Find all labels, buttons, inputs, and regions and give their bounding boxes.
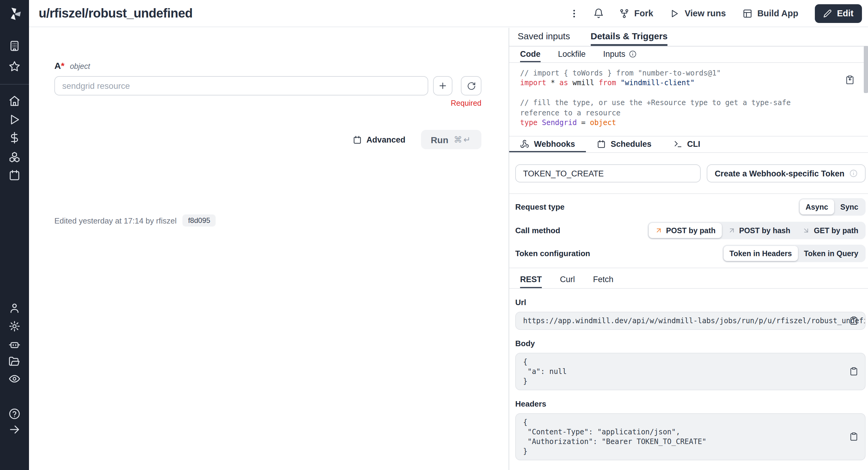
copy-code-button[interactable] — [845, 75, 855, 85]
option-sync[interactable]: Sync — [834, 199, 864, 215]
tab-saved-inputs[interactable]: Saved inputs — [518, 28, 570, 46]
clipboard-icon — [849, 432, 858, 441]
page-title: u/rfiszel/robust_undefined — [39, 6, 192, 21]
field-type: object — [70, 62, 90, 71]
call-method-toggle: POST by path POST by hash GET by path — [647, 222, 866, 239]
run-label: Run — [431, 134, 448, 145]
copy-body-button[interactable] — [849, 367, 858, 376]
info-icon — [849, 169, 858, 178]
code-line: import * as wmill from "windmill-client" — [520, 78, 814, 88]
play-icon — [670, 8, 680, 19]
run-button[interactable]: Run ⌘↵ — [421, 130, 482, 149]
edit-button[interactable]: Edit — [814, 4, 862, 23]
code-line: // fill the type, or use the +Resource t… — [520, 98, 795, 117]
help-icon[interactable] — [8, 408, 21, 420]
copy-headers-button[interactable] — [849, 432, 858, 441]
edited-info: Edited yesterday at 17:14 by rfiszel f8d… — [54, 215, 482, 226]
api-example-tabs: REST Curl Fetch — [509, 268, 868, 289]
plus-icon — [438, 81, 447, 91]
tab-cli[interactable]: CLI — [662, 136, 711, 152]
tab-details-triggers[interactable]: Details & Triggers — [590, 28, 668, 46]
code-tabs: Code Lockfile Inputs — [509, 46, 868, 63]
build-app-label: Build App — [757, 8, 798, 18]
terminal-icon — [673, 139, 682, 148]
calendar-icon — [352, 135, 362, 144]
fork-label: Fork — [634, 8, 653, 18]
resource-input[interactable] — [54, 76, 428, 95]
run-form-panel: A* object Required Advanced Run — [29, 28, 508, 470]
code-preview: // import { toWords } from "number-to-wo… — [509, 63, 868, 136]
workspace-icon[interactable] — [8, 40, 21, 52]
resources-boxes-icon[interactable] — [8, 151, 21, 163]
option-post-by-path[interactable]: POST by path — [648, 223, 721, 238]
tab-inputs[interactable]: Inputs — [603, 46, 637, 62]
run-shortcut: ⌘↵ — [454, 135, 472, 145]
copy-url-button[interactable] — [849, 316, 858, 325]
version-hash-badge[interactable]: f8d095 — [183, 215, 216, 226]
scrollbar-thumb[interactable] — [864, 46, 868, 93]
details-panel: Saved inputs Details & Triggers Code Loc… — [508, 28, 868, 470]
option-token-in-headers[interactable]: Token in Headers — [723, 246, 798, 261]
tab-schedules[interactable]: Schedules — [586, 136, 662, 152]
refresh-button[interactable] — [461, 76, 482, 95]
option-get-by-path[interactable]: GET by path — [797, 223, 864, 238]
runs-play-icon[interactable] — [8, 114, 21, 126]
sidebar-divider — [0, 84, 29, 85]
notifications-bell-icon[interactable] — [591, 5, 607, 21]
advanced-button[interactable]: Advanced — [352, 135, 405, 144]
tab-curl[interactable]: Curl — [560, 275, 575, 288]
workers-robot-icon[interactable] — [8, 338, 21, 350]
refresh-icon — [467, 81, 476, 90]
audit-eye-icon[interactable] — [8, 373, 21, 385]
clipboard-icon — [849, 316, 858, 325]
add-resource-button[interactable] — [433, 76, 453, 95]
request-type-row: Request type Async Sync — [509, 198, 868, 216]
webhook-url-box: https://app.windmill.dev/api/w/windmill-… — [515, 312, 866, 330]
view-runs-button[interactable]: View runs — [666, 6, 730, 21]
token-config-row: Token configuration Token in Headers Tok… — [509, 245, 868, 262]
tab-rest[interactable]: REST — [520, 275, 542, 288]
arrow-up-right-icon — [654, 226, 662, 234]
windmill-logo[interactable] — [6, 5, 23, 22]
arrow-down-right-icon — [803, 226, 810, 234]
required-asterisk: * — [61, 60, 65, 71]
fork-icon — [619, 8, 629, 19]
folders-icon[interactable] — [8, 355, 21, 367]
divider — [509, 193, 868, 194]
calendar-icon — [597, 139, 606, 148]
webhook-token-input[interactable] — [515, 164, 701, 183]
schedules-calendar-icon[interactable] — [8, 169, 21, 181]
create-token-button[interactable]: Create a Webhook-specific Token — [707, 164, 866, 183]
option-async[interactable]: Async — [800, 199, 834, 215]
users-person-icon[interactable] — [8, 302, 21, 314]
kebab-menu-button[interactable] — [566, 5, 582, 21]
clipboard-icon — [849, 367, 858, 376]
option-post-by-hash[interactable]: POST by hash — [721, 223, 797, 238]
tab-code[interactable]: Code — [520, 46, 540, 62]
webhook-url: https://app.windmill.dev/api/w/windmill-… — [523, 317, 866, 325]
tab-webhooks[interactable]: Webhooks — [509, 136, 586, 152]
tab-fetch[interactable]: Fetch — [593, 275, 614, 288]
url-label: Url — [515, 298, 868, 308]
settings-gear-icon[interactable] — [8, 320, 21, 332]
trigger-tabs: Webhooks Schedules CLI — [509, 136, 868, 153]
option-token-in-query[interactable]: Token in Query — [798, 246, 864, 261]
arrow-up-right-icon — [727, 226, 736, 234]
build-app-button[interactable]: Build App — [738, 6, 802, 21]
fork-button[interactable]: Fork — [616, 6, 657, 21]
edited-text: Edited yesterday at 17:14 by rfiszel — [54, 216, 177, 225]
favorites-star-icon[interactable] — [8, 60, 21, 72]
panel-tabs: Saved inputs Details & Triggers — [509, 28, 868, 46]
field-label: A* object — [54, 60, 482, 71]
collapse-arrow-icon[interactable] — [8, 424, 21, 436]
view-runs-label: View runs — [685, 8, 726, 18]
home-icon[interactable] — [8, 95, 21, 107]
tab-lockfile[interactable]: Lockfile — [558, 46, 586, 62]
request-body-box: { "a": null } — [515, 353, 866, 390]
info-icon — [629, 50, 637, 58]
header-actions: Fork View runs Build App Edit — [566, 4, 862, 23]
top-bar: u/rfiszel/robust_undefined Fork View run… — [29, 0, 868, 27]
variables-dollar-icon[interactable] — [8, 132, 21, 144]
edit-label: Edit — [837, 8, 854, 18]
code-line: type Sendgrid = object — [520, 118, 814, 128]
